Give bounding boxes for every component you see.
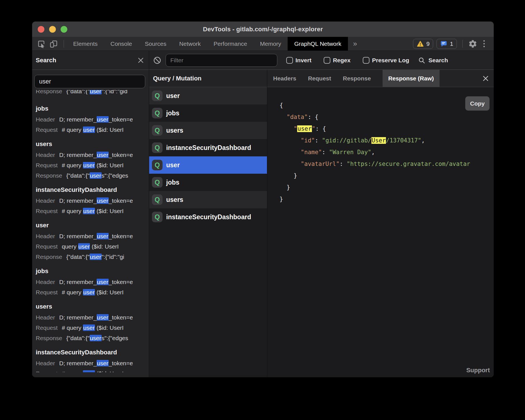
- zoom-window-button[interactable]: [61, 26, 67, 33]
- panel-tabs: ElementsConsoleSourcesNetworkPerformance…: [67, 37, 348, 51]
- checkbox-regex[interactable]: Regex: [324, 57, 350, 64]
- settings-gear-icon[interactable]: [468, 39, 477, 48]
- query-row-user[interactable]: Quser: [149, 156, 267, 174]
- query-row-users[interactable]: Qusers: [149, 122, 267, 139]
- search-result-line[interactable]: HeaderD; remember_user_token=e: [36, 231, 149, 241]
- result-text: # query: [62, 370, 83, 372]
- search-input[interactable]: [34, 75, 145, 88]
- search-result-line[interactable]: Request# query user ($id: UserI: [36, 368, 149, 372]
- query-list-panel: Query / Mutation QuserQjobsQusersQinstan…: [149, 70, 267, 377]
- search-result-line[interactable]: HeaderD; remember_user_token=e: [36, 150, 149, 160]
- result-text: _token=e: [109, 152, 133, 158]
- clear-block-icon[interactable]: [153, 56, 162, 65]
- search-result-group[interactable]: instanceSecurityDashboardHeaderD; rememb…: [36, 347, 149, 372]
- close-detail-panel-icon[interactable]: [482, 75, 489, 82]
- code-token: "data": [287, 114, 308, 120]
- tab-elements[interactable]: Elements: [73, 40, 98, 47]
- code-token: "https://secure.gravatar.com/avatar: [347, 161, 470, 167]
- query-type-icon: Q: [152, 108, 163, 118]
- tab-memory[interactable]: Memory: [260, 40, 281, 47]
- result-field-label: Header: [36, 233, 55, 239]
- search-result-line[interactable]: Response{"data":{"user":{"id":"gid: [36, 90, 149, 96]
- search-result-line[interactable]: Request# query user ($id: UserI: [36, 287, 149, 297]
- code-token: : {: [308, 114, 318, 120]
- tab-console[interactable]: Console: [111, 40, 132, 47]
- detail-tab-request[interactable]: Request: [308, 75, 331, 82]
- search-result-line[interactable]: HeaderD; remember_user_token=e: [36, 195, 149, 206]
- tab-graphql-network[interactable]: GraphQL Network: [288, 37, 348, 51]
- query-row-instancesecuritydashboard[interactable]: QinstanceSecurityDashboard: [149, 139, 267, 156]
- result-field-value: D; remember_user_token=e: [59, 279, 133, 285]
- checkbox-box: [363, 57, 369, 64]
- device-toolbar-icon[interactable]: [49, 39, 58, 48]
- search-result-line[interactable]: Request# query user ($id: UserI: [36, 160, 149, 170]
- search-result-line[interactable]: Request# query user ($id: UserI: [36, 206, 149, 216]
- filter-search[interactable]: Search: [418, 57, 448, 64]
- search-result-line[interactable]: Requestquery user ($id: UserI: [36, 241, 149, 252]
- match-highlight: user: [97, 233, 109, 239]
- query-row-jobs[interactable]: Qjobs: [149, 174, 267, 191]
- result-text: _token=e: [109, 279, 133, 285]
- query-row-user[interactable]: Quser: [149, 87, 267, 104]
- more-tabs-chevron[interactable]: »: [353, 39, 357, 48]
- match-highlight: user: [83, 162, 95, 168]
- search-result-line[interactable]: HeaderD; remember_user_token=e: [36, 114, 149, 125]
- search-result-line[interactable]: HeaderD; remember_user_token=e: [36, 312, 149, 323]
- search-match-highlight: user: [297, 125, 312, 132]
- checkbox-invert[interactable]: Invert: [286, 57, 311, 64]
- result-text: ($id: UserI: [90, 243, 119, 250]
- search-result-group[interactable]: usersHeaderD; remember_user_token=eReque…: [36, 301, 149, 343]
- warnings-badge[interactable]: 9: [413, 39, 433, 49]
- detail-tab-response[interactable]: Response: [343, 75, 371, 82]
- search-result-line[interactable]: Response{"data":{"users":{"edges: [36, 170, 149, 181]
- result-text: _token=e: [109, 360, 133, 366]
- query-row-label: jobs: [166, 109, 179, 117]
- copy-button[interactable]: Copy: [465, 96, 490, 111]
- search-result-line[interactable]: HeaderD; remember_user_token=e: [36, 358, 149, 368]
- search-result-line[interactable]: Response{"data":{"users":{"edges: [36, 333, 149, 343]
- code-token: }: [280, 184, 290, 191]
- issues-count: 1: [450, 40, 453, 47]
- search-result-group[interactable]: jobsHeaderD; remember_user_token=eReques…: [36, 103, 149, 135]
- inspect-element-icon[interactable]: [37, 39, 46, 48]
- match-highlight: user: [90, 172, 102, 179]
- search-result-line[interactable]: HeaderD; remember_user_token=e: [36, 277, 149, 287]
- query-row-label: instanceSecurityDashboard: [166, 213, 251, 221]
- toolbar-divider: [64, 40, 64, 48]
- search-result-group[interactable]: usersHeaderD; remember_user_token=eReque…: [36, 139, 149, 181]
- code-token: /13704317": [386, 137, 421, 144]
- query-row-jobs[interactable]: Qjobs: [149, 104, 267, 122]
- tab-sources[interactable]: Sources: [145, 40, 166, 47]
- result-field-label: Request: [36, 243, 58, 250]
- more-options-kebab-icon[interactable]: [481, 39, 488, 48]
- detail-tab-headers[interactable]: Headers: [273, 75, 296, 82]
- tab-network[interactable]: Network: [179, 40, 201, 47]
- search-result-line[interactable]: Request# query user ($id: UserI: [36, 323, 149, 333]
- result-field-value: D; remember_user_token=e: [59, 197, 133, 204]
- match-highlight: user: [83, 208, 95, 214]
- close-window-button[interactable]: [38, 26, 44, 33]
- query-row-instancesecuritydashboard[interactable]: QinstanceSecurityDashboard: [149, 208, 267, 226]
- close-search-panel-icon[interactable]: [137, 57, 144, 64]
- issues-badge[interactable]: 1: [436, 39, 457, 49]
- match-highlight: user: [97, 360, 109, 366]
- search-result-line[interactable]: Response{"data":{"user":{"id":"gi: [36, 252, 149, 262]
- query-type-icon: Q: [152, 90, 163, 101]
- search-result-group[interactable]: jobsHeaderD; remember_user_token=eReques…: [36, 266, 149, 297]
- filter-input[interactable]: [166, 54, 277, 67]
- search-result-group[interactable]: userHeaderD; remember_user_token=eReques…: [36, 220, 149, 262]
- match-highlight: user: [83, 370, 95, 372]
- match-highlight: user: [97, 197, 109, 204]
- query-row-users[interactable]: Qusers: [149, 191, 267, 208]
- query-row-label: user: [166, 161, 180, 169]
- detail-tab-response-raw[interactable]: Response (Raw): [383, 70, 439, 87]
- tab-performance[interactable]: Performance: [214, 40, 247, 47]
- detail-tabs: HeadersRequestResponseResponse (Raw): [267, 70, 494, 87]
- support-link[interactable]: Support: [466, 367, 490, 374]
- checkbox-preserve-log[interactable]: Preserve Log: [363, 57, 409, 64]
- filter-toolbar: InvertRegexPreserve Log Search: [149, 51, 494, 70]
- result-field-value: query user ($id: UserI: [62, 243, 119, 250]
- search-result-group[interactable]: instanceSecurityDashboardHeaderD; rememb…: [36, 184, 149, 216]
- minimize-window-button[interactable]: [49, 26, 56, 33]
- search-result-line[interactable]: Request# query user ($id: UserI: [36, 125, 149, 135]
